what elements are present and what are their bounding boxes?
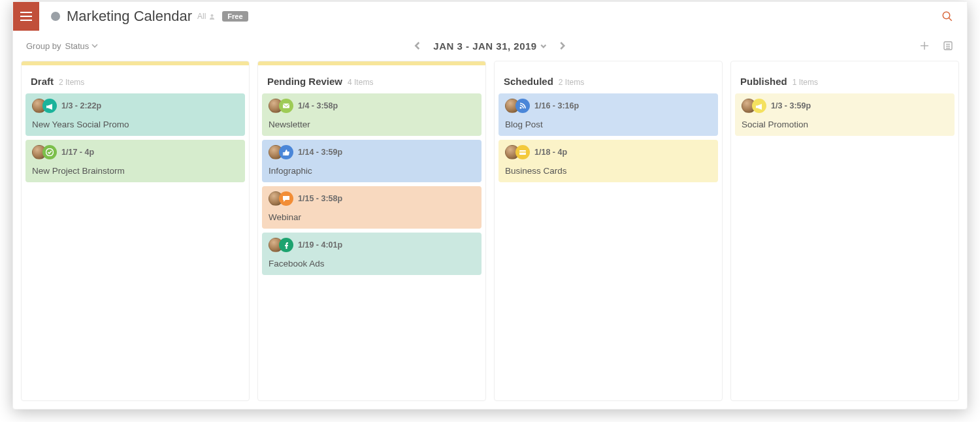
card-datetime: 1/3 - 3:59p [771,101,811,110]
card[interactable]: 1/15 - 3:58p Webinar [262,186,482,229]
card-title: New Years Social Promo [32,120,238,129]
date-range-selector[interactable]: JAN 3 - JAN 31, 2019 [433,41,546,52]
card[interactable]: 1/4 - 3:58p Newsletter [262,93,482,136]
kanban-column: Pending Review4 Items 1/4 - 3:58p Newsle… [257,61,486,401]
column-count: 4 Items [348,78,373,87]
card[interactable]: 1/14 - 3:59p Infographic [262,140,482,182]
column-title: Pending Review [267,76,342,87]
column-header: Draft2 Items [22,65,249,93]
column-count: 2 Items [559,78,584,87]
card-avatar-group [269,191,293,206]
column-header: Published1 Items [731,65,958,93]
column-title: Scheduled [504,76,553,87]
svg-point-3 [211,14,214,16]
svg-line-5 [949,18,952,21]
card-datetime: 1/17 - 4p [61,148,94,157]
card-meta: 1/18 - 4p [505,145,711,159]
plan-badge: Free [222,11,248,22]
card-avatar-group [32,145,57,159]
content-type-icon [279,145,293,159]
card-list: 1/16 - 3:16p Blog Post 1/18 - 4p Busines… [495,93,722,182]
chevron-right-icon [559,42,566,50]
card-datetime: 1/14 - 3:59p [298,148,342,157]
card-avatar-group [505,145,530,159]
card-title: Business Cards [505,166,711,176]
kanban-column: Draft2 Items 1/3 - 2:22p New Years Socia… [21,61,250,401]
top-bar: Marketing Calendar All Free [13,2,967,31]
card-datetime: 1/4 - 3:58p [298,101,338,110]
card-title: Webinar [269,212,475,222]
project-color-dot [51,12,60,21]
card-meta: 1/14 - 3:59p [269,145,475,159]
card-avatar-group [269,145,293,159]
content-type-icon [515,99,530,113]
card-title: Social Promotion [742,120,948,129]
date-range-text: JAN 3 - JAN 31, 2019 [433,41,536,52]
list-view-button[interactable] [942,40,954,52]
chevron-down-icon [541,43,547,49]
card-avatar-group [269,238,293,252]
content-type-icon [752,99,766,113]
card[interactable]: 1/19 - 4:01p Facebook Ads [262,233,482,275]
content-type-icon [42,145,57,159]
kanban-board: Draft2 Items 1/3 - 2:22p New Years Socia… [13,61,967,409]
kanban-column: Published1 Items 1/3 - 3:59p Social Prom… [730,61,959,401]
svg-rect-0 [20,12,32,13]
card-meta: 1/16 - 3:16p [505,99,711,113]
card-meta: 1/15 - 3:58p [269,191,475,206]
card-list: 1/3 - 3:59p Social Promotion [731,93,958,136]
column-title: Published [740,76,787,87]
card-datetime: 1/15 - 3:58p [298,194,342,203]
column-count: 1 Items [792,78,818,87]
svg-rect-2 [20,20,32,21]
card[interactable]: 1/17 - 4p New Project Brainstorm [25,140,245,182]
card-avatar-group [32,99,57,113]
card-avatar-group [505,99,530,113]
card-avatar-group [742,99,766,113]
chevron-down-icon [91,42,98,49]
card[interactable]: 1/16 - 3:16p Blog Post [498,93,718,136]
content-type-icon [279,191,293,206]
svg-point-4 [943,12,950,19]
card-title: Facebook Ads [269,259,475,268]
date-prev-button[interactable] [411,39,424,52]
page-filter-meta[interactable]: All [197,12,216,21]
main-menu-button[interactable] [13,2,39,31]
content-type-icon [515,145,530,159]
sub-toolbar: Group by Status JAN 3 - JAN 31, 2019 [13,31,967,61]
users-icon [208,13,216,20]
kanban-column: Scheduled2 Items 1/16 - 3:16p Blog Post [494,61,723,401]
card-datetime: 1/16 - 3:16p [534,101,579,110]
groupby-selector[interactable]: Status [65,41,98,51]
search-icon [941,10,953,22]
card[interactable]: 1/18 - 4p Business Cards [498,140,718,182]
page-filter-label: All [197,12,206,21]
card-list: 1/3 - 2:22p New Years Social Promo 1/17 … [22,93,249,182]
svg-rect-1 [20,16,32,17]
column-header: Scheduled2 Items [495,65,722,93]
card-title: Infographic [269,166,475,176]
card-title: New Project Brainstorm [32,166,238,176]
card[interactable]: 1/3 - 2:22p New Years Social Promo [25,93,245,136]
card[interactable]: 1/3 - 3:59p Social Promotion [735,93,955,136]
groupby-label: Group by [26,41,61,51]
add-button[interactable] [919,40,930,52]
card-datetime: 1/3 - 2:22p [61,101,101,110]
content-type-icon [279,238,293,252]
card-title: Newsletter [269,120,475,129]
page-title: Marketing Calendar [67,8,192,25]
column-header: Pending Review4 Items [258,65,485,93]
groupby-value: Status [65,41,89,51]
content-type-icon [42,99,57,113]
content-type-icon [279,99,293,113]
column-title: Draft [31,76,54,87]
card-meta: 1/3 - 2:22p [32,99,238,113]
card-meta: 1/4 - 3:58p [269,99,475,113]
card-title: Blog Post [505,120,711,129]
card-meta: 1/17 - 4p [32,145,238,159]
card-meta: 1/3 - 3:59p [742,99,948,113]
column-count: 2 Items [59,78,84,87]
date-next-button[interactable] [556,39,569,52]
card-datetime: 1/18 - 4p [534,148,567,157]
search-button[interactable] [938,7,956,25]
